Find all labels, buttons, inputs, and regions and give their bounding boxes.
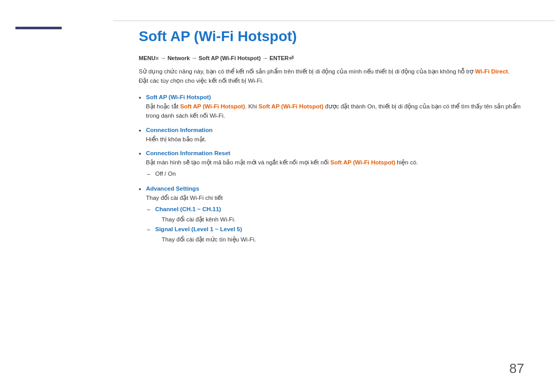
menu-path: MENU≡ → Network → Soft AP (Wi-Fi Hotspot… xyxy=(139,55,524,62)
sub-item-signal: Signal Level (Level 1 ~ Level 5) Thay đổ… xyxy=(146,225,524,245)
list-item-advanced: Advanced Settings Thay đổi cài đặt Wi-Fi… xyxy=(139,185,524,245)
list-item-softap: Soft AP (Wi-Fi Hotspot) Bật hoặc tắt Sof… xyxy=(139,94,524,121)
softap-desc: Bật hoặc tắt Soft AP (Wi-Fi Hotspot). Kh… xyxy=(146,102,524,121)
sub-item-channel: Channel (CH.1 ~ CH.11) Thay đổi cài đặt … xyxy=(146,204,524,225)
list-item-connection-info: Connection Information Hiển thị khóa bảo… xyxy=(139,127,524,144)
list-item-connection-reset: Connection Information Reset Bật màn hìn… xyxy=(139,150,524,179)
intro-line-1: Sử dụng chức năng này, bạn có thể kết nố… xyxy=(139,68,510,74)
connection-reset-title: Connection Information Reset xyxy=(146,150,524,156)
connection-info-desc: Hiển thị khóa bảo mật. xyxy=(146,135,524,144)
sidebar-accent xyxy=(15,27,62,29)
connection-reset-desc: Bật màn hình sẽ tạo một mã bảo mật mới v… xyxy=(146,158,524,167)
wifi-direct-highlight: Wi-Fi Direct xyxy=(475,68,508,74)
signal-desc: Thay đổi cài đặt mức tín hiệu Wi-Fi. xyxy=(155,236,256,242)
sub-item-off-on: Off / On xyxy=(146,169,524,179)
connection-reset-sub-list: Off / On xyxy=(146,169,524,179)
page-container: Soft AP (Wi-Fi Hotspot) MENU≡ → Network … xyxy=(0,0,555,392)
advanced-desc: Thay đổi cài đặt Wi-Fi chi tiết xyxy=(146,193,524,202)
channel-title: Channel (CH.1 ~ CH.11) xyxy=(155,206,221,212)
top-border xyxy=(113,21,555,21)
intro-line-2: Đặt các tùy chọn cho việc kết nối thiết … xyxy=(139,78,263,84)
sidebar xyxy=(0,0,113,392)
signal-title: Signal Level (Level 1 ~ Level 5) xyxy=(155,226,242,232)
channel-desc: Thay đổi cài đặt kênh Wi-Fi. xyxy=(155,216,235,222)
main-content: Soft AP (Wi-Fi Hotspot) MENU≡ → Network … xyxy=(113,0,555,392)
page-number: 87 xyxy=(509,361,524,377)
section-list: Soft AP (Wi-Fi Hotspot) Bật hoặc tắt Sof… xyxy=(139,94,524,245)
connection-info-title: Connection Information xyxy=(146,127,524,133)
advanced-sub-list: Channel (CH.1 ~ CH.11) Thay đổi cài đặt … xyxy=(146,204,524,245)
intro-text: Sử dụng chức năng này, bạn có thể kết nố… xyxy=(139,67,524,86)
page-title: Soft AP (Wi-Fi Hotspot) xyxy=(139,28,524,45)
softap-title: Soft AP (Wi-Fi Hotspot) xyxy=(146,94,524,100)
off-on-label: Off / On xyxy=(155,171,176,177)
advanced-title: Advanced Settings xyxy=(146,185,524,192)
